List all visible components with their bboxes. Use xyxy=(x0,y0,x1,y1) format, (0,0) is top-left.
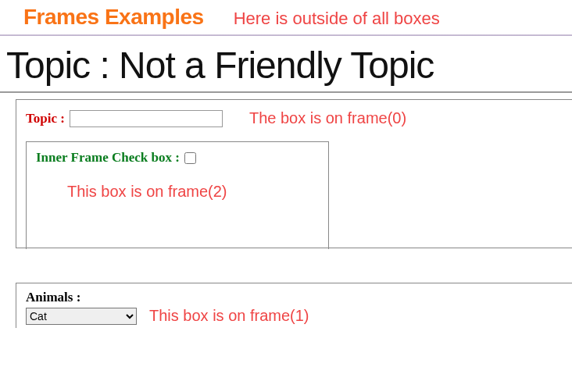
header-row: Frames Examples Here is outside of all b… xyxy=(0,0,572,31)
inner-frame-checkbox[interactable] xyxy=(184,152,196,164)
topic-row: Topic : The box is on frame(0) xyxy=(26,109,564,127)
divider-heading xyxy=(0,91,572,93)
animals-label: Animals : xyxy=(26,290,564,305)
topic-input[interactable] xyxy=(70,110,223,127)
frame-2: Inner Frame Check box : This box is on f… xyxy=(26,141,329,249)
frame0-annotation: The box is on frame(0) xyxy=(249,109,406,127)
inner-frame-label: Inner Frame Check box : xyxy=(36,150,180,166)
frame2-annotation: This box is on frame(2) xyxy=(67,183,320,201)
inner-checkbox-row: Inner Frame Check box : xyxy=(36,150,320,166)
animals-select-row: Cat This box is on frame(1) xyxy=(26,307,564,325)
animals-select[interactable]: Cat xyxy=(26,308,137,325)
frame-0: Topic : The box is on frame(0) Inner Fra… xyxy=(16,99,572,248)
frame1-annotation: This box is on frame(1) xyxy=(149,307,309,325)
outside-annotation: Here is outside of all boxes xyxy=(234,9,440,29)
frames-examples-title: Frames Examples xyxy=(23,5,204,30)
page-title: Topic : Not a Friendly Topic xyxy=(0,36,572,91)
topic-label: Topic : xyxy=(26,111,65,127)
frame-1: Animals : Cat This box is on frame(1) xyxy=(16,283,572,328)
